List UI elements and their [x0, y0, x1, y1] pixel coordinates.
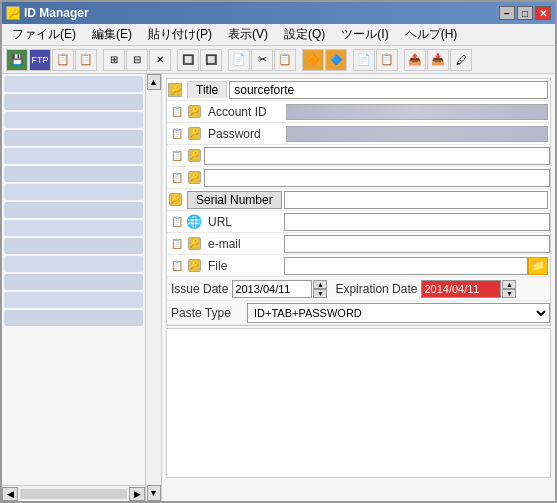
expiration-date-input[interactable]	[421, 280, 501, 298]
list-item[interactable]	[4, 76, 143, 92]
file-label: File	[204, 259, 284, 273]
menu-view[interactable]: 表示(V)	[220, 24, 276, 45]
horizontal-scrollbar[interactable]: ◀ ▶	[2, 485, 145, 501]
toolbar-btn-8[interactable]: 🔲	[177, 49, 199, 71]
list-item[interactable]	[4, 220, 143, 236]
issue-date-down[interactable]: ▼	[313, 289, 327, 298]
title-bar-left: 🔑 ID Manager	[6, 6, 89, 20]
toolbar-ftp[interactable]: FTP	[29, 49, 51, 71]
file-input[interactable]	[284, 257, 528, 275]
maximize-button[interactable]: □	[517, 6, 533, 20]
file-icons: 📋 🔑	[167, 258, 204, 274]
toolbar-btn-12[interactable]: 📋	[274, 49, 296, 71]
list-item[interactable]	[4, 130, 143, 146]
password-key-icon: 🔑	[186, 126, 202, 142]
list-item[interactable]	[4, 166, 143, 182]
toolbar-btn-6[interactable]: ⊟	[126, 49, 148, 71]
extra-field-2-input[interactable]	[204, 169, 550, 187]
title-bar: 🔑 ID Manager − □ ✕	[2, 2, 555, 24]
account-copy-icon[interactable]: 📋	[169, 104, 185, 120]
extra2-key-icon: 🔑	[186, 170, 202, 186]
issue-date-group: ▲ ▼	[232, 280, 327, 298]
issue-date-label: Issue Date	[167, 282, 232, 296]
empty-notes-area	[166, 328, 551, 478]
title-tab[interactable]: Title	[187, 81, 227, 98]
list-item[interactable]	[4, 94, 143, 110]
serial-number-button[interactable]: Serial Number	[187, 191, 282, 209]
menu-paste[interactable]: 貼り付け(P)	[140, 24, 220, 45]
scroll-up-btn[interactable]: ▲	[147, 74, 161, 90]
email-copy-icon[interactable]: 📋	[169, 236, 185, 252]
toolbar-save[interactable]: 💾	[6, 49, 28, 71]
toolbar-btn-19[interactable]: 🖊	[450, 49, 472, 71]
extra1-copy-icon[interactable]: 📋	[169, 148, 185, 164]
window-title: ID Manager	[24, 6, 89, 20]
title-bar-buttons: − □ ✕	[499, 6, 551, 20]
url-input[interactable]	[284, 213, 550, 231]
scroll-down-btn[interactable]: ▼	[147, 485, 161, 501]
extra2-icons: 📋 🔑	[167, 170, 204, 186]
url-label: URL	[204, 215, 284, 229]
title-icon: 🔑	[168, 83, 182, 97]
menu-settings[interactable]: 設定(Q)	[276, 24, 333, 45]
expiration-date-group: ▲ ▼	[421, 280, 516, 298]
left-vertical-scrollbar[interactable]: ▲ ▼	[145, 74, 161, 501]
app-icon: 🔑	[6, 6, 20, 20]
list-item[interactable]	[4, 292, 143, 308]
email-input[interactable]	[284, 235, 550, 253]
serial-number-row: 🔑 Serial Number	[167, 189, 550, 211]
file-browse-button[interactable]: 📁	[528, 257, 548, 275]
toolbar-btn-17[interactable]: 📤	[404, 49, 426, 71]
extra-field-1-input[interactable]	[204, 147, 550, 165]
issue-date-input[interactable]	[232, 280, 312, 298]
list-item[interactable]	[4, 202, 143, 218]
list-item[interactable]	[4, 274, 143, 290]
toolbar-btn-15[interactable]: 📄	[353, 49, 375, 71]
scroll-right-btn[interactable]: ▶	[129, 487, 145, 501]
toolbar-btn-7[interactable]: ✕	[149, 49, 171, 71]
title-row-icon: 🔑	[167, 82, 183, 98]
url-copy-icon[interactable]: 📋	[169, 214, 185, 230]
title-input[interactable]	[229, 81, 548, 99]
list-item[interactable]	[4, 256, 143, 272]
expiration-date-down[interactable]: ▼	[502, 289, 516, 298]
file-copy-icon[interactable]: 📋	[169, 258, 185, 274]
extra-field-1-row: 📋 🔑	[167, 145, 550, 167]
toolbar-btn-11[interactable]: ✂	[251, 49, 273, 71]
toolbar-btn-10[interactable]: 📄	[228, 49, 250, 71]
title-row: 🔑 Title	[167, 79, 550, 101]
menu-help[interactable]: ヘルプ(H)	[397, 24, 466, 45]
password-copy-icon[interactable]: 📋	[169, 126, 185, 142]
list-item[interactable]	[4, 184, 143, 200]
list-item[interactable]	[4, 238, 143, 254]
toolbar-btn-9[interactable]: 🔲	[200, 49, 222, 71]
list-item[interactable]	[4, 310, 143, 326]
toolbar-btn-13[interactable]: 🔶	[302, 49, 324, 71]
list-item[interactable]	[4, 148, 143, 164]
close-button[interactable]: ✕	[535, 6, 551, 20]
left-panel: ◀ ▶ ▲ ▼	[2, 74, 162, 501]
expiration-date-up[interactable]: ▲	[502, 280, 516, 289]
serial-number-input[interactable]	[284, 191, 548, 209]
paste-type-row: Paste Type ID+TAB+PASSWORD ID+PASSWORD P…	[167, 301, 550, 325]
menu-file[interactable]: ファイル(E)	[4, 24, 84, 45]
paste-type-select[interactable]: ID+TAB+PASSWORD ID+PASSWORD PASSWORD ID …	[247, 303, 550, 323]
account-id-label: Account ID	[204, 105, 284, 119]
toolbar-btn-4[interactable]: 📋	[75, 49, 97, 71]
toolbar-btn-3[interactable]: 📋	[52, 49, 74, 71]
toolbar-btn-14[interactable]: 🔷	[325, 49, 347, 71]
scroll-track	[20, 489, 127, 499]
scroll-left-btn[interactable]: ◀	[2, 487, 18, 501]
globe-icon[interactable]: 🌐	[186, 214, 202, 230]
minimize-button[interactable]: −	[499, 6, 515, 20]
extra1-icons: 📋 🔑	[167, 148, 204, 164]
menu-tools[interactable]: ツール(I)	[333, 24, 396, 45]
toolbar-btn-16[interactable]: 📋	[376, 49, 398, 71]
list-item[interactable]	[4, 112, 143, 128]
extra2-copy-icon[interactable]: 📋	[169, 170, 185, 186]
issue-date-up[interactable]: ▲	[313, 280, 327, 289]
toolbar-btn-18[interactable]: 📥	[427, 49, 449, 71]
toolbar-btn-5[interactable]: ⊞	[103, 49, 125, 71]
account-id-value-masked	[286, 104, 548, 120]
menu-edit[interactable]: 編集(E)	[84, 24, 140, 45]
